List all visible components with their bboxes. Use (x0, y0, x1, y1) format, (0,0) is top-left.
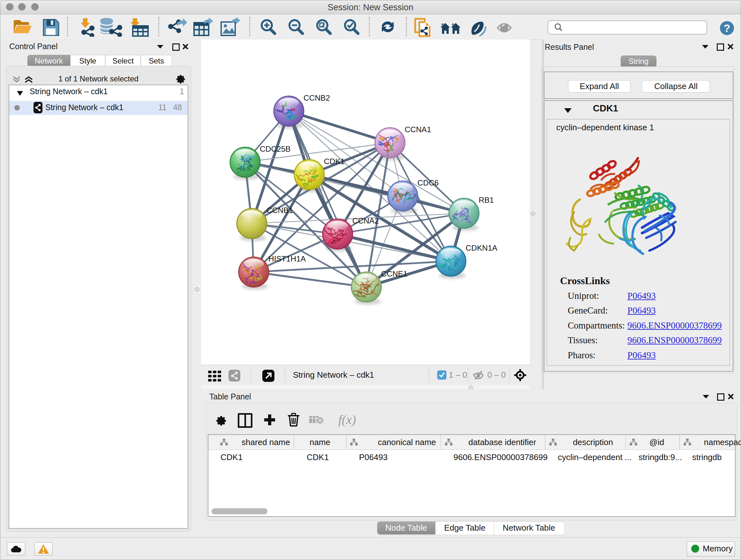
svg-text:CCNA2: CCNA2 (352, 216, 379, 225)
svg-text:CDC6: CDC6 (417, 179, 439, 187)
svg-text:CCNB2: CCNB2 (304, 94, 330, 102)
svg-text:CCNA1: CCNA1 (405, 125, 431, 134)
svg-text:HIST1H1A: HIST1H1A (268, 254, 306, 263)
svg-text:CDC25B: CDC25B (260, 145, 291, 153)
svg-text:CDKN1A: CDKN1A (466, 244, 497, 252)
svg-text:CCNE1: CCNE1 (381, 269, 408, 278)
svg-text:CDK1: CDK1 (324, 157, 345, 166)
svg-text:CCNB1: CCNB1 (266, 206, 293, 214)
svg-text:RB1: RB1 (479, 196, 494, 204)
